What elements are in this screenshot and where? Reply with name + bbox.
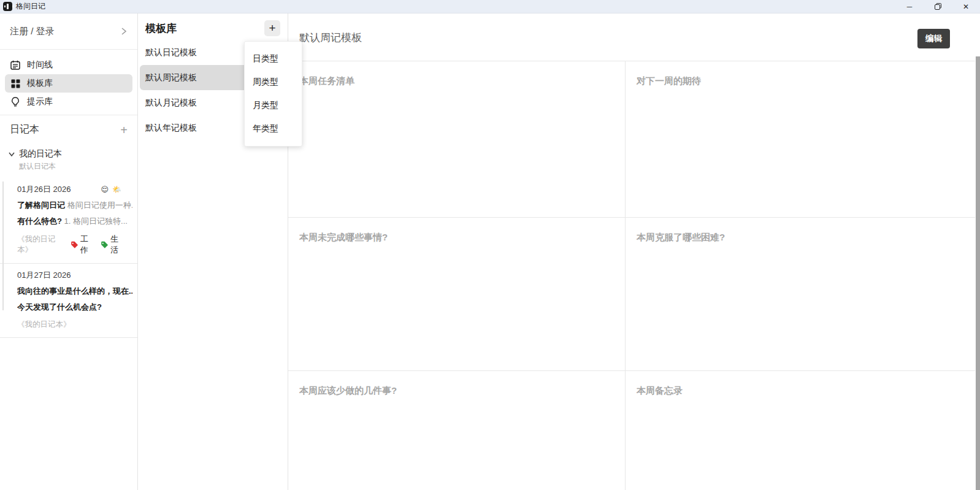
vertical-scrollbar[interactable] <box>976 56 980 490</box>
menu-item-month-type[interactable]: 月类型 <box>245 94 302 117</box>
sidebar-item-prompts[interactable]: 提示库 <box>5 93 132 111</box>
diary-entries-list: 01月26日 2026 😌🌤️ 了解格间日记 格间日记使用一种... 有什么特色… <box>0 178 137 338</box>
title-bar: 格间日记 ─ ✕ <box>0 0 980 13</box>
entry-preview-title: 了解格间日记 <box>17 201 65 210</box>
tag-label: 生活 <box>110 234 126 256</box>
notebook-group-label: 我的日记本 <box>19 148 62 159</box>
entry-notebook: 《我的日记本》 <box>17 320 71 330</box>
template-grid: 本周任务清单 对下一周的期待 本周未完成哪些事情? 本周克服了哪些困难? 本周应… <box>288 61 975 490</box>
grid-icon <box>10 79 21 88</box>
close-button[interactable]: ✕ <box>952 0 980 13</box>
entry-preview-line: 我向往的事业是什么样的，现在... <box>17 286 132 297</box>
tag-icon <box>71 241 78 249</box>
mood-emoji-icon: 😌 <box>101 185 113 194</box>
restore-icon <box>935 3 941 10</box>
entry-notebook: 《我的日记本》 <box>17 234 71 255</box>
sidebar-item-label: 模板库 <box>27 78 53 89</box>
menu-item-week-type[interactable]: 周类型 <box>245 71 302 94</box>
template-cell-difficulties[interactable]: 本周克服了哪些困难? <box>626 218 975 371</box>
entry-date: 01月27日 2026 <box>17 270 71 281</box>
notebooks-title: 日记本 <box>10 123 39 136</box>
calendar-icon <box>10 60 21 70</box>
entry-date: 01月26日 2026 <box>17 184 71 195</box>
diary-entry[interactable]: 01月27日 2026 我向往的事业是什么样的，现在... 今天发现了什么机会点… <box>0 264 137 338</box>
template-cell-tasks[interactable]: 本周任务清单 <box>288 61 626 218</box>
entry-preview-line: 有什么特色? 1. 格间日记独特... <box>17 216 132 227</box>
templates-panel-title: 模板库 <box>145 21 177 36</box>
sidebar: 注册 / 登录 时间线 <box>0 13 138 490</box>
template-cell-do-less[interactable]: 本周应该少做的几件事? <box>288 371 626 490</box>
cell-title: 本周备忘录 <box>637 385 964 397</box>
sidebar-item-label: 时间线 <box>27 59 53 71</box>
sidebar-item-templates[interactable]: 模板库 <box>5 74 132 93</box>
entry-tags: 工作 生活 <box>71 234 132 256</box>
sidebar-nav: 时间线 模板库 <box>0 50 137 111</box>
menu-item-day-type[interactable]: 日类型 <box>245 47 302 71</box>
list-indent-guide <box>2 182 4 310</box>
cell-title: 本周克服了哪些困难? <box>637 232 964 243</box>
tag-label: 工作 <box>80 234 96 256</box>
template-cell-memo[interactable]: 本周备忘录 <box>626 371 975 490</box>
diary-entry[interactable]: 01月26日 2026 😌🌤️ 了解格间日记 格间日记使用一种... 有什么特色… <box>0 178 137 264</box>
tag-icon <box>101 241 109 249</box>
page-title: 默认周记模板 <box>299 31 362 45</box>
login-row[interactable]: 注册 / 登录 <box>0 13 137 50</box>
notebooks-header: 日记本 + <box>0 115 137 136</box>
weather-emoji-icon: 🌤️ <box>112 185 125 194</box>
app-title: 格间日记 <box>16 1 45 12</box>
sidebar-item-label: 提示库 <box>27 96 53 107</box>
add-template-button[interactable]: + <box>264 20 280 36</box>
template-cell-expectations[interactable]: 对下一周的期待 <box>626 61 975 218</box>
add-notebook-button[interactable]: + <box>120 124 128 136</box>
templates-panel-header: 模板库 + <box>138 13 288 36</box>
restore-button[interactable] <box>924 0 952 13</box>
edit-button[interactable]: 编辑 <box>917 29 950 48</box>
chevron-down-icon <box>8 150 15 158</box>
entry-preview-text: 格间日记使用一种... <box>67 201 132 210</box>
tag-work[interactable]: 工作 <box>71 234 96 256</box>
login-label: 注册 / 登录 <box>10 26 55 37</box>
window-controls: ─ ✕ <box>895 0 980 13</box>
new-template-type-menu: 日类型 周类型 月类型 年类型 <box>244 41 302 147</box>
cell-title: 对下一周的期待 <box>637 75 964 87</box>
cell-title: 本周未完成哪些事情? <box>299 232 614 243</box>
entry-preview-text: 1. 格间日记独特... <box>64 216 128 226</box>
lightbulb-icon <box>10 97 21 107</box>
cell-title: 本周任务清单 <box>299 75 614 87</box>
app-content: 注册 / 登录 时间线 <box>0 13 980 490</box>
entry-emojis: 😌🌤️ <box>101 185 133 194</box>
entry-preview-line: 今天发现了什么机会点? <box>17 302 132 313</box>
entry-preview-title: 有什么特色? <box>17 216 62 226</box>
cell-title: 本周应该少做的几件事? <box>299 385 614 397</box>
entry-preview-title: 今天发现了什么机会点? <box>17 302 102 312</box>
tag-life[interactable]: 生活 <box>101 234 126 256</box>
chevron-right-icon <box>120 26 128 36</box>
sidebar-item-timeline[interactable]: 时间线 <box>5 56 132 74</box>
notebook-group-subtitle: 默认日记本 <box>0 159 137 172</box>
main-area: 默认周记模板 编辑 本周任务清单 对下一周的期待 本周未完成哪些事情? 本周克服… <box>288 13 980 490</box>
entry-preview-line: 了解格间日记 格间日记使用一种... <box>17 200 132 211</box>
template-cell-unfinished[interactable]: 本周未完成哪些事情? <box>288 218 626 371</box>
app-logo-icon <box>3 2 12 11</box>
notebook-group[interactable]: 我的日记本 <box>0 136 137 159</box>
entry-preview-title: 我向往的事业是什么样的，现在... <box>17 286 132 296</box>
menu-item-year-type[interactable]: 年类型 <box>245 117 302 140</box>
minimize-button[interactable]: ─ <box>895 0 924 13</box>
